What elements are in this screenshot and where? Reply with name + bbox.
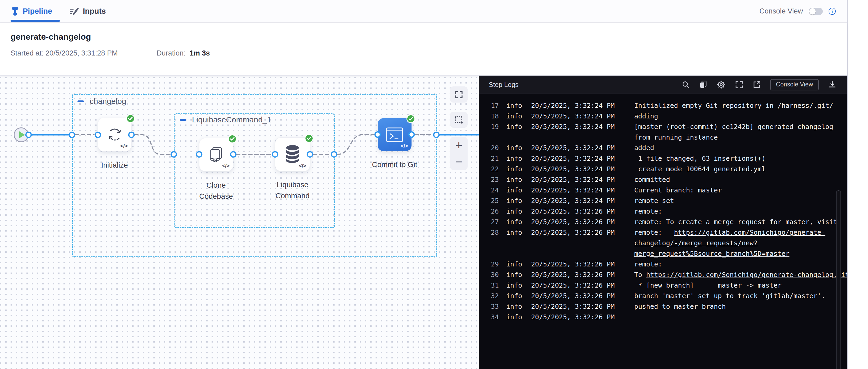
zoom-in-button[interactable]: + xyxy=(450,137,468,154)
expand-logs-icon[interactable] xyxy=(735,80,743,89)
tab-inputs-label: Inputs xyxy=(83,7,106,15)
collapse-stage-icon[interactable] xyxy=(78,100,84,102)
copy-logs-icon[interactable] xyxy=(699,80,707,89)
log-line: 25info20/5/2025, 3:32:24 PMremote set xyxy=(491,196,847,206)
console-view-toggle[interactable] xyxy=(809,8,823,15)
log-line: 21info20/5/2025, 3:32:24 PM 1 file chang… xyxy=(491,153,847,164)
log-line: 23info20/5/2025, 3:32:24 PMcommitted xyxy=(491,174,847,185)
log-link[interactable]: https://gitlab.com/Sonichigo/generate-ch… xyxy=(646,271,847,278)
stage-liquibasecommand-header: LiquibaseCommand_1 xyxy=(180,115,271,124)
liquibase-success-icon xyxy=(305,134,313,143)
yaml-code-icon: </> xyxy=(222,163,229,169)
stage-liquibasecommand-boundary xyxy=(174,113,335,228)
app-window: Pipeline Inputs Console View i generate-… xyxy=(0,0,847,369)
pipeline-canvas[interactable]: changelog LiquibaseCommand_1 xyxy=(0,76,479,369)
log-body[interactable]: 17info20/5/2025, 3:32:24 PMInitialized e… xyxy=(479,94,847,369)
open-in-new-tab-icon[interactable] xyxy=(753,80,761,89)
step-initialize-label[interactable]: Initialize xyxy=(101,160,128,171)
pipeline-name: generate-changelog xyxy=(10,32,836,42)
log-line: 18info20/5/2025, 3:32:24 PMadding xyxy=(491,111,847,122)
log-line: 32info20/5/2025, 3:32:26 PMbranch 'maste… xyxy=(491,291,847,301)
stage-changelog-header: changelog xyxy=(78,97,126,106)
step-commit-to-git-label[interactable]: Commit to Git xyxy=(372,159,417,170)
collapse-stepgroup-icon[interactable] xyxy=(180,119,186,121)
clone-success-icon xyxy=(228,135,237,143)
duration: Duration: 1m 3s xyxy=(157,49,210,57)
play-icon xyxy=(19,131,25,138)
step-initialize[interactable]: </> xyxy=(98,118,131,152)
console-view-button[interactable]: Console View xyxy=(770,79,819,91)
duration-label: Duration: xyxy=(157,49,186,57)
log-line: 33info20/5/2025, 3:32:26 PMpushed to mas… xyxy=(491,301,847,312)
log-link[interactable]: https://gitlab.com/Sonichigo/generate- xyxy=(674,229,826,236)
run-header: generate-changelog Started at: 20/5/2025… xyxy=(0,23,847,76)
pipeline-start-node[interactable] xyxy=(14,127,29,142)
step-logs-title: Step Logs xyxy=(489,81,519,89)
started-at-value: 20/5/2025, 3:31:28 PM xyxy=(45,49,118,57)
log-line: 20info20/5/2025, 3:32:24 PMadded xyxy=(491,143,847,153)
log-line: from running instance xyxy=(491,132,847,143)
log-line: changelog/-/merge_requests/new? xyxy=(491,238,847,248)
clone-codebase-icon xyxy=(207,145,226,164)
reset-selection-button[interactable] xyxy=(450,112,468,128)
log-settings-icon[interactable] xyxy=(717,80,726,89)
console-view-toggle-label: Console View xyxy=(759,7,803,15)
log-link[interactable]: changelog/-/merge_requests/new? xyxy=(634,239,758,247)
inputs-icon xyxy=(69,7,79,16)
commit-success-icon xyxy=(406,114,415,123)
log-line: 17info20/5/2025, 3:32:24 PMInitialized e… xyxy=(491,100,847,111)
log-line: merge_request%5Bsource_branch%5D=master xyxy=(491,248,847,259)
page: Pipeline Inputs Console View i generate-… xyxy=(0,0,868,369)
tab-pipeline[interactable]: Pipeline xyxy=(11,7,52,16)
log-line: 29info20/5/2025, 3:32:26 PMremote: xyxy=(491,259,847,270)
log-line: 22info20/5/2025, 3:32:24 PM create mode … xyxy=(491,164,847,174)
marquee-select-icon xyxy=(454,115,463,124)
stage-liquibasecommand-label[interactable]: LiquibaseCommand_1 xyxy=(192,115,271,124)
page-right-gutter xyxy=(847,0,868,369)
liquibase-icon xyxy=(283,144,302,164)
log-line: 26info20/5/2025, 3:32:26 PMremote: xyxy=(491,206,847,217)
started-at: Started at: 20/5/2025, 3:31:28 PM xyxy=(10,49,157,57)
step-logs-header: Step Logs xyxy=(479,76,847,94)
log-line: 24info20/5/2025, 3:32:24 PMCurrent branc… xyxy=(491,185,847,196)
toggle-knob xyxy=(809,8,816,14)
terminal-icon xyxy=(386,127,403,142)
yaml-code-icon: </> xyxy=(299,163,306,169)
log-line: 28info20/5/2025, 3:32:26 PMremote: https… xyxy=(491,227,847,238)
pipeline-icon xyxy=(11,7,19,16)
tab-pipeline-label: Pipeline xyxy=(23,7,52,15)
step-clone-codebase[interactable]: </> xyxy=(199,138,233,171)
duration-value: 1m 3s xyxy=(190,49,210,57)
active-tab-underline xyxy=(10,20,60,22)
log-line: 34info20/5/2025, 3:32:26 PM xyxy=(491,312,847,323)
download-logs-icon[interactable] xyxy=(828,80,836,89)
log-scrollbar[interactable] xyxy=(836,190,841,369)
step-liquibase-command-label[interactable]: LiquibaseCommand xyxy=(275,179,309,201)
log-link[interactable]: merge_request%5Bsource_branch%5D=master xyxy=(634,250,789,258)
step-liquibase-command[interactable]: </> xyxy=(275,137,310,171)
yaml-code-icon: </> xyxy=(401,143,408,149)
yaml-code-icon: </> xyxy=(120,143,127,149)
initialize-success-icon xyxy=(126,114,135,123)
log-line: 31info20/5/2025, 3:32:26 PM * [new branc… xyxy=(491,280,847,291)
step-logs-panel: Step Logs xyxy=(479,76,847,369)
zoom-out-button[interactable]: − xyxy=(450,154,468,170)
tab-bar: Pipeline Inputs Console View i xyxy=(0,0,847,23)
log-line: 30info20/5/2025, 3:32:26 PMTo https://gi… xyxy=(491,270,847,280)
step-clone-codebase-label[interactable]: CloneCodebase xyxy=(199,180,233,202)
fullscreen-icon xyxy=(455,91,463,99)
started-at-label: Started at: xyxy=(10,49,44,57)
fullscreen-canvas-button[interactable] xyxy=(450,87,468,103)
initialize-sync-icon xyxy=(105,125,124,144)
zoom-controls: + − xyxy=(450,137,468,170)
stage-changelog-label[interactable]: changelog xyxy=(90,97,126,106)
search-logs-icon[interactable] xyxy=(682,80,690,89)
tab-inputs[interactable]: Inputs xyxy=(69,7,106,16)
step-commit-to-git[interactable]: </> xyxy=(378,118,411,151)
info-icon[interactable]: i xyxy=(829,8,836,15)
log-line: 19info20/5/2025, 3:32:24 PM[master (root… xyxy=(491,122,847,132)
log-line: 27info20/5/2025, 3:32:26 PMremote: To cr… xyxy=(491,217,847,227)
